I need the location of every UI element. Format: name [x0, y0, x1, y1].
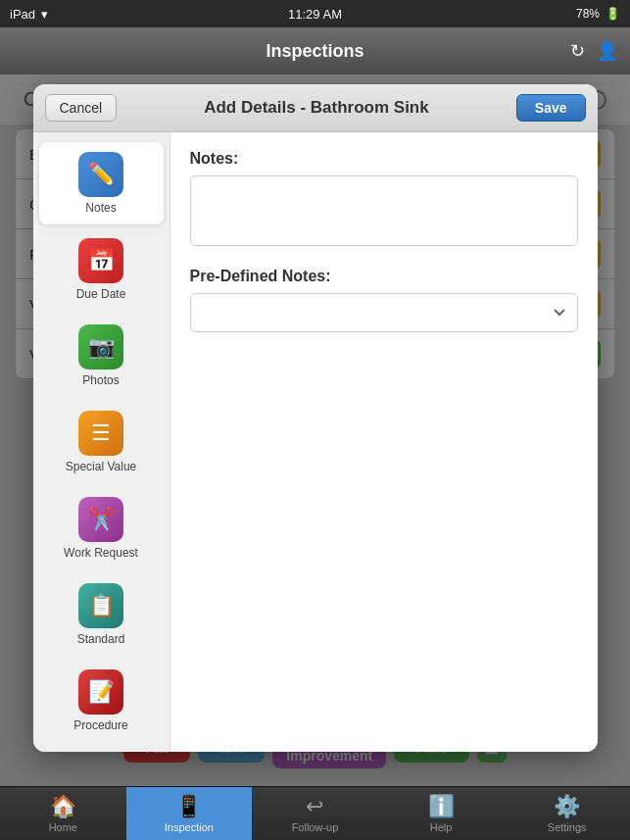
tab-home-label: Home — [49, 821, 77, 833]
status-bar: iPad ▾ 11:29 AM 78% 🔋 — [0, 0, 630, 27]
main-content: Current Location HousekeeperX i Bathr...… — [0, 74, 630, 786]
battery-icon: 🔋 — [606, 7, 620, 21]
tab-inspection-label: Inspection — [165, 821, 214, 833]
modal-title: Add Details - Bathroom Sink — [117, 98, 516, 118]
modal-header: Cancel Add Details - Bathroom Sink Save — [33, 84, 598, 132]
tab-bar: 🏠 Home 📱 Inspection ↩ Follow-up ℹ️ Help … — [0, 786, 630, 840]
nav-bar: Inspections ↻ 👤 — [0, 27, 630, 74]
sidebar-item-work-request[interactable]: ✂️ Work Request — [39, 487, 164, 569]
procedure-label: Procedure — [73, 718, 127, 732]
notes-textarea[interactable] — [190, 175, 578, 246]
followup-icon: ↩ — [306, 794, 323, 819]
tab-home[interactable]: 🏠 Home — [0, 787, 126, 840]
standard-icon: 📋 — [78, 583, 123, 628]
status-right: 78% 🔋 — [576, 7, 620, 21]
modal-sidebar: ✏️ Notes 📅 Due Date 📷 Photos ☰ Special V… — [33, 132, 170, 752]
save-button[interactable]: Save — [516, 94, 586, 122]
photos-label: Photos — [82, 373, 119, 387]
notes-label: Notes — [85, 201, 116, 215]
predefined-select-wrapper — [190, 293, 578, 332]
modal-dialog: Cancel Add Details - Bathroom Sink Save … — [33, 84, 598, 752]
sidebar-item-due-date[interactable]: 📅 Due Date — [39, 228, 164, 311]
tab-settings[interactable]: ⚙️ Settings — [504, 787, 630, 840]
tab-inspection[interactable]: 📱 Inspection — [126, 787, 253, 840]
special-value-icon: ☰ — [78, 411, 123, 456]
wifi-icon: ▾ — [41, 7, 48, 22]
tab-followup[interactable]: ↩ Follow-up — [252, 787, 378, 840]
sidebar-item-standard[interactable]: 📋 Standard — [39, 573, 164, 656]
settings-icon: ⚙️ — [554, 794, 580, 819]
modal-body: ✏️ Notes 📅 Due Date 📷 Photos ☰ Special V… — [33, 132, 598, 752]
notes-icon: ✏️ — [78, 152, 123, 197]
due-date-label: Due Date — [76, 287, 126, 301]
refresh-icon[interactable]: ↻ — [570, 40, 585, 62]
predefined-notes-label: Pre-Defined Notes: — [190, 268, 578, 285]
home-icon: 🏠 — [50, 794, 76, 819]
special-value-label: Special Value — [66, 460, 137, 473]
sidebar-item-special-value[interactable]: ☰ Special Value — [39, 401, 164, 483]
sidebar-item-procedure[interactable]: 📝 Procedure — [39, 660, 164, 742]
procedure-icon: 📝 — [78, 669, 123, 715]
status-left: iPad ▾ — [10, 7, 48, 22]
inspection-icon: 📱 — [175, 794, 202, 819]
standard-label: Standard — [77, 632, 125, 646]
status-time: 11:29 AM — [288, 7, 342, 22]
photos-icon: 📷 — [78, 324, 123, 370]
nav-icons: ↻ 👤 — [570, 40, 618, 62]
work-request-label: Work Request — [64, 546, 138, 560]
work-request-icon: ✂️ — [78, 497, 123, 542]
battery-label: 78% — [576, 7, 600, 21]
due-date-icon: 📅 — [78, 238, 123, 283]
notes-field-label: Notes: — [190, 150, 578, 168]
sidebar-item-photos[interactable]: 📷 Photos — [39, 315, 164, 397]
cancel-button[interactable]: Cancel — [45, 94, 118, 122]
modal-overlay: Cancel Add Details - Bathroom Sink Save … — [0, 74, 630, 786]
tab-help-label: Help — [430, 821, 453, 833]
tab-help[interactable]: ℹ️ Help — [378, 787, 505, 840]
nav-title: Inspections — [266, 41, 363, 62]
carrier-label: iPad — [10, 7, 35, 22]
user-icon[interactable]: 👤 — [597, 40, 618, 62]
help-icon: ℹ️ — [428, 794, 455, 819]
predefined-notes-select[interactable] — [190, 293, 578, 332]
sidebar-item-notes[interactable]: ✏️ Notes — [39, 142, 164, 224]
tab-settings-label: Settings — [548, 821, 587, 833]
tab-followup-label: Follow-up — [292, 821, 339, 833]
modal-main-panel: Notes: Pre-Defined Notes: — [170, 132, 598, 752]
